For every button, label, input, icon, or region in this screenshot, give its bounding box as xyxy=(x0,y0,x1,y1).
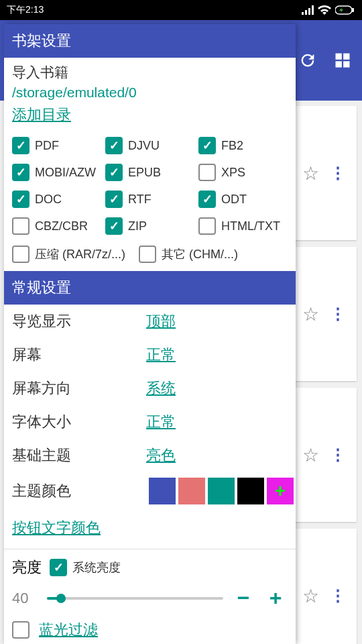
color-swatch[interactable] xyxy=(237,478,264,504)
star-outline-icon[interactable]: ☆ xyxy=(302,444,319,466)
format-checkbox-odt[interactable]: ODT xyxy=(198,191,288,208)
format-checkbox-rtf[interactable]: RTF xyxy=(105,191,194,208)
blue-filter-row: 蓝光过滤 xyxy=(4,613,296,644)
format-checkbox-xps[interactable]: XPS xyxy=(198,164,288,181)
more-icon[interactable]: ⋮ xyxy=(326,305,350,323)
checkbox-icon xyxy=(105,217,123,235)
color-swatch-group: + xyxy=(149,478,294,504)
import-books-label: 导入书籍 xyxy=(12,63,288,82)
star-outline-icon[interactable]: ☆ xyxy=(302,303,319,325)
setting-label: 导览显示 xyxy=(12,311,146,331)
checkbox-icon xyxy=(198,137,216,154)
setting-label: 字体大小 xyxy=(12,412,146,432)
checkbox-icon xyxy=(12,164,29,181)
setting-row[interactable]: 基础主题亮色 xyxy=(12,439,288,472)
setting-value[interactable]: 顶部 xyxy=(146,311,176,331)
format-extra-row: 压缩 (RAR/7z/...)其它 (CHM/...) xyxy=(4,241,296,271)
checkbox-icon xyxy=(105,164,123,181)
brightness-minus-button[interactable]: − xyxy=(231,586,255,610)
checkbox-icon xyxy=(12,191,29,208)
brightness-row: 亮度 系统亮度 xyxy=(4,552,296,583)
format-checkbox-extra[interactable]: 压缩 (RAR/7z/...) xyxy=(12,246,125,263)
refresh-icon[interactable] xyxy=(296,49,319,72)
format-checkbox-doc[interactable]: DOC xyxy=(12,191,101,208)
add-directory-link[interactable]: 添加目录 xyxy=(12,105,71,125)
color-swatch[interactable]: + xyxy=(267,478,294,504)
svg-rect-0 xyxy=(335,6,352,14)
brightness-value: 40 xyxy=(12,590,39,607)
color-swatch[interactable] xyxy=(178,478,205,504)
star-outline-icon[interactable]: ☆ xyxy=(302,585,319,607)
system-brightness-checkbox[interactable]: 系统亮度 xyxy=(50,559,121,576)
blue-filter-checkbox[interactable] xyxy=(12,621,29,639)
setting-row[interactable]: 字体大小正常 xyxy=(12,405,288,439)
setting-value[interactable]: 正常 xyxy=(146,412,176,432)
setting-label: 基础主题 xyxy=(12,445,146,466)
checkbox-icon xyxy=(12,246,29,263)
format-checkbox-epub[interactable]: EPUB xyxy=(105,164,194,181)
format-checkbox-htmltxt[interactable]: HTML/TXT xyxy=(198,217,288,235)
status-time: 下午2:13 xyxy=(7,4,44,16)
checkbox-icon xyxy=(12,621,29,639)
signal-icon xyxy=(302,5,314,15)
checkbox-icon xyxy=(198,191,216,208)
wifi-icon xyxy=(318,5,331,15)
more-icon[interactable]: ⋮ xyxy=(326,164,350,182)
brightness-plus-button[interactable]: + xyxy=(263,586,288,610)
theme-color-label: 主题颜色 xyxy=(12,481,146,501)
format-checkbox-fb2[interactable]: FB2 xyxy=(198,137,288,154)
format-checkbox-mobiazw[interactable]: MOBI/AZW xyxy=(12,164,101,181)
brightness-slider-row: 40 − + xyxy=(4,583,296,613)
setting-row[interactable]: 屏幕方向系统 xyxy=(12,372,288,405)
svg-rect-1 xyxy=(352,8,354,12)
setting-label: 屏幕 xyxy=(12,345,146,365)
shelf-settings-header: 书架设置 xyxy=(4,24,296,58)
format-grid: PDFDJVUFB2MOBI/AZWEPUBXPSDOCRTFODTCBZ/CB… xyxy=(4,130,296,241)
format-checkbox-zip[interactable]: ZIP xyxy=(105,217,194,235)
theme-color-row: 主题颜色 + xyxy=(4,472,296,510)
format-checkbox-djvu[interactable]: DJVU xyxy=(105,137,194,154)
setting-value[interactable]: 正常 xyxy=(146,345,176,365)
status-bar: 下午2:13 xyxy=(0,0,362,20)
brightness-label: 亮度 xyxy=(12,557,42,578)
star-outline-icon[interactable]: ☆ xyxy=(302,162,319,184)
checkbox-icon xyxy=(50,559,67,576)
format-checkbox-cbzcbr[interactable]: CBZ/CBR xyxy=(12,217,101,235)
color-swatch[interactable] xyxy=(208,478,235,504)
setting-row[interactable]: 屏幕正常 xyxy=(12,338,288,372)
format-checkbox-extra[interactable]: 其它 (CHM/...) xyxy=(139,246,238,263)
more-icon[interactable]: ⋮ xyxy=(326,586,350,605)
format-checkbox-pdf[interactable]: PDF xyxy=(12,137,101,154)
setting-row[interactable]: 导览显示顶部 xyxy=(12,305,288,338)
battery-icon xyxy=(335,5,355,15)
checkbox-icon xyxy=(105,191,123,208)
color-swatch[interactable] xyxy=(149,478,176,504)
checkbox-icon xyxy=(198,164,216,181)
blue-filter-link[interactable]: 蓝光过滤 xyxy=(39,620,98,640)
general-settings-header: 常规设置 xyxy=(4,271,296,305)
brightness-slider[interactable] xyxy=(47,597,223,600)
checkbox-icon xyxy=(139,246,156,263)
setting-value[interactable]: 系统 xyxy=(146,378,176,398)
general-settings-list: 导览显示顶部屏幕正常屏幕方向系统字体大小正常基础主题亮色 xyxy=(4,305,296,472)
checkbox-icon xyxy=(12,137,29,154)
storage-path[interactable]: /storage/emulated/0 xyxy=(12,85,288,101)
settings-panel: 书架设置 导入书籍 /storage/emulated/0 添加目录 PDFDJ… xyxy=(4,24,296,644)
checkbox-icon xyxy=(12,217,29,235)
setting-value[interactable]: 亮色 xyxy=(146,445,176,466)
checkbox-icon xyxy=(198,217,216,235)
more-icon[interactable]: ⋮ xyxy=(326,445,350,464)
grid-icon[interactable] xyxy=(331,49,354,72)
button-text-color-link[interactable]: 按钮文字颜色 xyxy=(4,510,296,546)
checkbox-icon xyxy=(105,137,123,154)
setting-label: 屏幕方向 xyxy=(12,378,146,398)
